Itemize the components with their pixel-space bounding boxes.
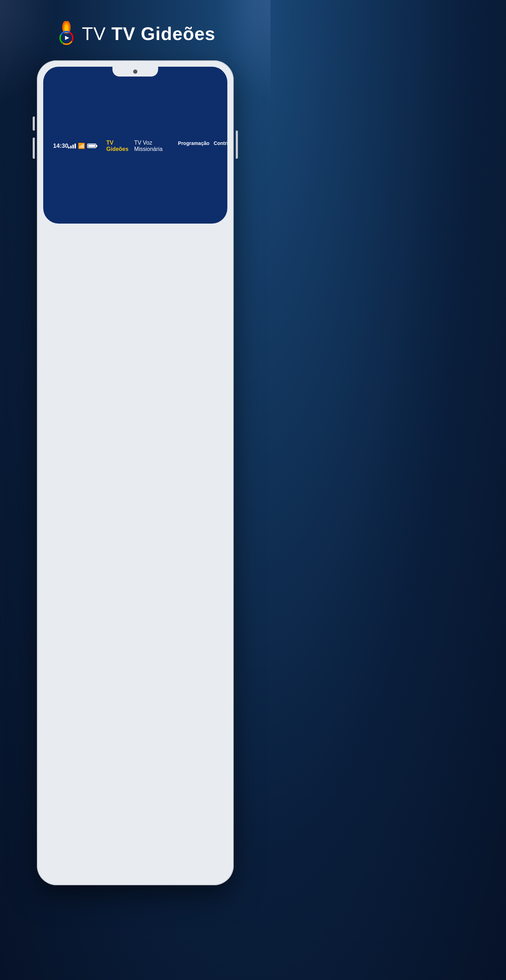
battery-icon [87, 143, 96, 148]
volume-down-button[interactable] [33, 138, 35, 159]
status-icons: 📶 [68, 143, 96, 149]
menu-programacao[interactable]: Programação [176, 139, 212, 153]
camera [133, 70, 137, 74]
signal-icon [68, 143, 76, 148]
logo-area: TV TV Gideões [55, 21, 215, 46]
menu-contribuir[interactable]: Contribuir [212, 139, 227, 153]
logo-text: TV TV Gideões [82, 23, 215, 44]
status-bar: 14:30 📶 TV Gideões TV Voz Missionária [43, 67, 227, 224]
volume-up-button[interactable] [33, 116, 35, 130]
power-button[interactable] [236, 130, 238, 159]
tab-tv-gideoes[interactable]: TV Gideões [103, 138, 131, 154]
phone-screen: 14:30 📶 TV Gideões TV Voz Missionária [43, 67, 227, 224]
wifi-icon: 📶 [78, 143, 85, 149]
logo-icon [55, 21, 78, 46]
phone-frame: 14:30 📶 TV Gideões TV Voz Missionária [37, 60, 234, 885]
menu-bar: Programação Contribuir Pedir Oração Chat [172, 134, 227, 158]
channel-tabs: TV Gideões TV Voz Missionária [96, 134, 172, 158]
notch [112, 67, 158, 76]
tab-tv-voz-missionaria[interactable]: TV Voz Missionária [131, 138, 166, 154]
status-time: 14:30 [53, 143, 68, 150]
